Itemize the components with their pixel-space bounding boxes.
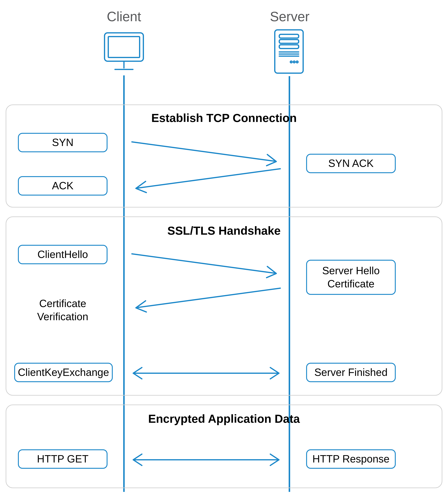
server-header-label: Server <box>260 9 320 24</box>
msg-clientkeyexchange: ClientKeyExchange <box>14 363 113 382</box>
phase-title-tcp: Establish TCP Connection <box>0 111 448 125</box>
svg-rect-1 <box>108 37 140 58</box>
msg-http-response: HTTP Response <box>306 449 396 469</box>
svg-line-15 <box>137 169 281 188</box>
sequence-diagram: Client Server Establish TCP Connection S… <box>0 0 448 498</box>
svg-line-16 <box>131 254 275 273</box>
svg-rect-5 <box>279 34 299 38</box>
arrow-http-both <box>130 452 282 467</box>
server-rack-icon <box>272 27 306 76</box>
msg-clienthello: ClientHello <box>18 245 108 264</box>
svg-rect-6 <box>279 40 299 43</box>
client-header-label: Client <box>94 9 154 24</box>
msg-syn: SYN <box>18 133 108 152</box>
arrow-serverhello-left <box>131 282 281 315</box>
msg-http-get: HTTP GET <box>18 449 108 469</box>
svg-rect-7 <box>279 45 299 48</box>
msg-serverhello-cert: Server Hello Certificate <box>306 260 396 295</box>
svg-point-11 <box>290 61 292 63</box>
phase-title-tls: SSL/TLS Handshake <box>0 224 448 237</box>
svg-point-12 <box>293 61 295 63</box>
msg-syn-ack: SYN ACK <box>306 154 396 173</box>
svg-line-14 <box>131 142 275 161</box>
svg-point-13 <box>296 61 298 63</box>
arrow-syn-right <box>131 134 281 167</box>
phase-title-data: Encrypted Application Data <box>0 412 448 426</box>
label-cert-verification: Certificate Verification <box>18 297 108 323</box>
svg-line-17 <box>137 288 281 308</box>
arrow-keyexchange-both <box>130 366 282 381</box>
monitor-icon <box>102 30 146 75</box>
arrow-synack-left <box>131 163 281 196</box>
msg-serverfinished: Server Finished <box>306 363 396 382</box>
arrow-clienthello-right <box>131 246 281 279</box>
msg-ack: ACK <box>18 176 108 196</box>
